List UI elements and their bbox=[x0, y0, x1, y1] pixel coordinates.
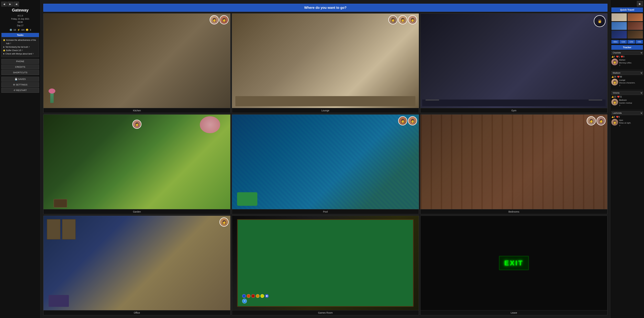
time-label: 09:00 bbox=[11, 21, 29, 24]
task-item-1: ⭐ Increase the attractiveness of the hub… bbox=[3, 38, 38, 45]
tracker-location-madison: Lounge bbox=[619, 79, 635, 82]
label-lounge: Lounge bbox=[232, 108, 419, 113]
label-garden: Garden bbox=[44, 209, 230, 214]
tracker-select-victoria[interactable]: Victoria bbox=[611, 91, 643, 95]
tracker-avatar-madison: 👩 bbox=[611, 79, 618, 86]
tracker-row-victoria: 👩 Bedroom Garden meetup ? bbox=[611, 99, 643, 107]
avatar-pool-2: 👩 bbox=[408, 116, 417, 126]
tracker-action-charlotte: Morning coffee. bbox=[619, 62, 632, 64]
right-sidebar: ▶ Quick Travel +30m +1Hr +2Hr +4Hr Track… bbox=[610, 0, 644, 318]
tracker-location-charlotte: Kitchen bbox=[619, 58, 632, 62]
task-text-4: Check with Meriya about land ? bbox=[6, 52, 34, 56]
avatar-lounge-1: 👩 bbox=[388, 15, 398, 24]
location-garden[interactable]: 👩 Garden bbox=[43, 114, 230, 214]
quick-travel-thumb-4[interactable] bbox=[628, 22, 643, 30]
exit-sign: EXIT bbox=[499, 256, 529, 270]
system-buttons-group: 💾 SAVES ⚙ SETTINGS ↺ RESTART bbox=[1, 77, 39, 94]
shortcuts-button[interactable]: SHORTCUTS bbox=[1, 70, 39, 75]
task-icon-2: ★ bbox=[3, 45, 5, 49]
location-grid: 👩 👩 Kitchen 👩 👩 👩 Lounge bbox=[43, 13, 608, 315]
sidebar-stats: ⚙️ 19 ⚡ 4/4 😠 3 bbox=[10, 28, 31, 31]
restart-button[interactable]: ↺ RESTART bbox=[1, 88, 39, 93]
quick-travel-thumb-1[interactable] bbox=[611, 13, 627, 21]
tracker-entry-victoria: Victoria 👍13❤️21 👩 Bedroom Garden meetup… bbox=[611, 91, 643, 107]
location-leave[interactable]: EXIT Leave bbox=[420, 216, 608, 315]
label-kitchen: Kitchen bbox=[44, 108, 230, 113]
location-bedrooms[interactable]: 👩 👩 Bedrooms bbox=[420, 114, 608, 214]
lightning-icon: ⚡ bbox=[17, 28, 20, 31]
tracker-entry-madison: Madison 👍29❤️49 👩 Lounge Discuss charact… bbox=[611, 71, 643, 87]
tracker-select-charlotte[interactable]: Charlotte bbox=[611, 51, 643, 55]
version-label: v0.1.0 bbox=[11, 14, 29, 18]
tracker-row-madison: 👩 Lounge Discuss characters. ? bbox=[611, 79, 643, 87]
credits-button[interactable]: CREDITS bbox=[1, 64, 39, 70]
tracker-stats-victoria: 👍13❤️21 bbox=[611, 96, 643, 98]
nav-arrows-left: ◀ ▶ ◀ bbox=[1, 2, 19, 6]
time-buttons: +30m +1Hr +2Hr +4Hr bbox=[611, 40, 643, 44]
time-4hr-button[interactable]: +4Hr bbox=[636, 40, 643, 44]
tracker-location-victoria: Bedroom bbox=[619, 99, 632, 102]
app-title: Gateway bbox=[12, 8, 28, 12]
time-1hr-button[interactable]: +1Hr bbox=[620, 40, 627, 44]
tasks-list: ⭐ Increase the attractiveness of the hub… bbox=[2, 37, 39, 57]
task-icon-3: ⭐ bbox=[3, 49, 6, 52]
location-gym[interactable]: 👩 Gym bbox=[420, 13, 608, 113]
left-sidebar: ◀ ▶ ◀ Gateway v0.1.0 Friday, 23 July 202… bbox=[0, 0, 40, 318]
location-pool[interactable]: 👩 👩 Pool bbox=[232, 114, 419, 214]
avatar-kitchen-1: 👩 bbox=[210, 15, 219, 24]
nav-forward-button[interactable]: ▶ bbox=[8, 2, 13, 6]
tracker-help-lashonda: ? bbox=[619, 124, 631, 127]
restart-label: RESTART bbox=[16, 89, 27, 92]
tracker-avatar-charlotte: 👩 bbox=[611, 58, 618, 65]
time-30m-button[interactable]: +30m bbox=[611, 40, 619, 44]
tracker-stats-lashonda: 👍8❤️4 bbox=[611, 116, 643, 118]
tracker-help-charlotte: ? bbox=[619, 64, 632, 67]
restart-icon: ↺ bbox=[14, 89, 16, 92]
label-office: Office bbox=[44, 310, 230, 315]
nav-back-button[interactable]: ◀ bbox=[1, 2, 7, 6]
task-item-4: ★ Check with Meriya about land ? bbox=[3, 52, 38, 56]
label-gamesroom: Games Room bbox=[232, 310, 419, 315]
tracker-row-lashonda: 👩 Gym Relax at night. ? bbox=[611, 119, 643, 127]
exit-text: EXIT bbox=[504, 259, 524, 267]
tracker-action-madison: Discuss characters. bbox=[619, 82, 635, 84]
tracker-info-lashonda: Gym Relax at night. ? bbox=[619, 119, 631, 127]
quick-travel-thumb-2[interactable] bbox=[628, 13, 643, 21]
time-2hr-button[interactable]: +2Hr bbox=[628, 40, 635, 44]
sidebar-toggle-button[interactable]: ◀ bbox=[14, 2, 19, 6]
gear-icon: ⚙️ bbox=[10, 28, 12, 31]
task-text-1: Increase the attractiveness of the hub ? bbox=[6, 38, 38, 45]
angry-icon: 😠 bbox=[26, 28, 28, 31]
tracker-action-lashonda: Relax at night. bbox=[619, 122, 631, 124]
saves-button[interactable]: 💾 SAVES bbox=[1, 77, 39, 82]
phone-button[interactable]: PHONE bbox=[1, 59, 39, 64]
tracker-select-madison[interactable]: Madison bbox=[611, 71, 643, 75]
location-kitchen[interactable]: 👩 👩 Kitchen bbox=[43, 13, 230, 113]
quick-travel-thumb-5[interactable] bbox=[611, 30, 627, 38]
saves-icon: 💾 bbox=[15, 78, 18, 80]
location-office[interactable]: 👩 Office bbox=[43, 216, 230, 315]
location-lounge[interactable]: 👩 👩 👩 Lounge bbox=[232, 13, 419, 113]
tracker-stats-madison: 👍29❤️49 bbox=[611, 76, 643, 78]
task-icon-1: ⭐ bbox=[3, 38, 6, 42]
task-text-3: Buffer Check 1/5 ? bbox=[6, 49, 23, 52]
main-top-bar bbox=[40, 0, 610, 2]
location-gamesroom[interactable]: 10 Games Room bbox=[232, 216, 419, 315]
settings-button[interactable]: ⚙ SETTINGS bbox=[1, 82, 39, 87]
label-bedrooms: Bedrooms bbox=[420, 209, 607, 214]
avatar-lounge-2: 👩 bbox=[398, 15, 407, 24]
travel-panel: Where do you want to go? 👩 👩 Kitchen bbox=[40, 2, 610, 318]
tasks-header: Tasks bbox=[2, 33, 39, 37]
travel-header: Where do you want to go? bbox=[43, 4, 608, 12]
tracker-select-lashonda[interactable]: Lashonda bbox=[611, 111, 643, 115]
quick-travel-thumb-6[interactable] bbox=[628, 30, 643, 38]
tracker-avatar-lashonda: 👩 bbox=[611, 119, 618, 126]
saves-label: SAVES bbox=[18, 78, 26, 80]
task-text-2: Tell Kimberly the full truth ? bbox=[6, 45, 30, 49]
task-item-3: ⭐ Buffer Check 1/5 ? bbox=[3, 49, 38, 52]
quick-travel-thumb-3[interactable] bbox=[611, 22, 627, 30]
right-nav-arrow-button[interactable]: ▶ bbox=[637, 1, 643, 6]
avatar-lounge-3: 👩 bbox=[408, 15, 417, 24]
task-item-2: ★ Tell Kimberly the full truth ? bbox=[3, 45, 38, 49]
date-label: Friday, 23 July 2021 bbox=[11, 18, 29, 21]
